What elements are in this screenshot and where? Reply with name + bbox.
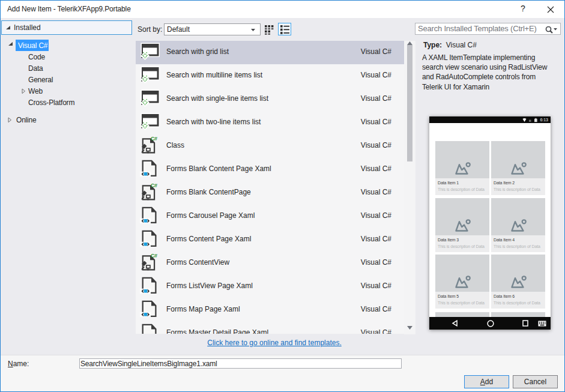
svg-text:C#: C# [151,183,157,188]
svg-text:C#: C# [151,253,157,259]
svg-text:C#: C# [151,136,157,142]
